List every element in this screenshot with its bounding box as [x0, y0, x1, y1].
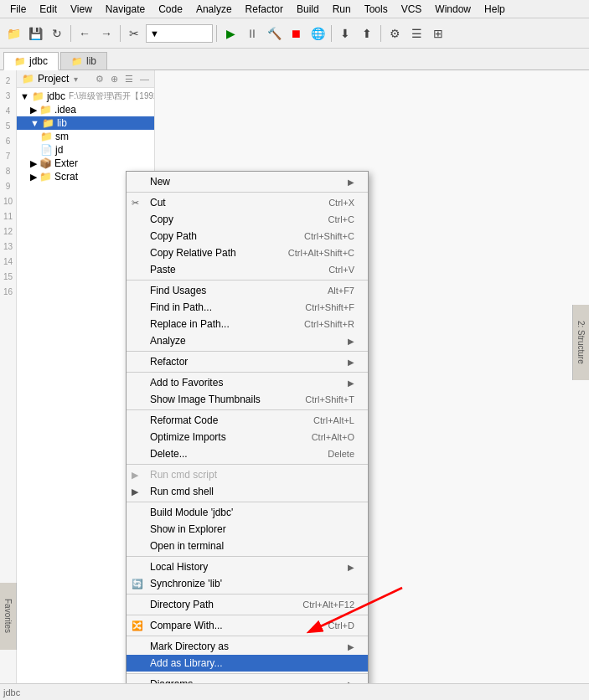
toolbar-globe-btn[interactable]: 🌐 — [307, 23, 328, 44]
project-settings-icon[interactable]: ⚙ — [96, 74, 104, 85]
toolbar-layout-btn[interactable]: ☰ — [406, 23, 426, 44]
main-area: 2 3 4 5 6 7 8 9 10 11 12 13 14 15 16 📁 P… — [0, 70, 589, 683]
toolbar-config-dropdown[interactable]: ▼ — [146, 24, 213, 43]
tab-jdbc[interactable]: 📁 jdbc — [3, 52, 59, 70]
run-shell-icon: ▶ — [132, 486, 138, 497]
ctx-paste[interactable]: Paste Ctrl+V — [127, 261, 368, 278]
menu-code[interactable]: Code — [152, 2, 189, 17]
scratch-label: Scrat — [54, 171, 78, 183]
scratch-expand-icon: ▶ — [30, 172, 37, 183]
ctx-find-usages-shortcut: Alt+F7 — [328, 286, 354, 296]
ctx-copy-path[interactable]: Copy Path Ctrl+Shift+C — [127, 228, 368, 244]
ctx-local-history[interactable]: Local History ▶ — [127, 558, 368, 575]
project-panel-header: 📁 Project ▾ ⚙ ⊕ ☰ — — [17, 70, 154, 88]
toolbar-save-btn[interactable]: 💾 — [25, 23, 45, 44]
toolbar-ul-btn[interactable]: ⬆ — [357, 23, 377, 44]
ctx-optimize[interactable]: Optimize Imports Ctrl+Alt+O — [127, 429, 368, 445]
project-close-icon[interactable]: — — [140, 74, 149, 84]
ctx-directory-path-label: Directory Path — [150, 599, 214, 610]
ctx-add-as-library[interactable]: Add as Library... — [127, 655, 368, 672]
ctx-replace-in-path[interactable]: Replace in Path... Ctrl+Shift+R — [127, 316, 368, 332]
menu-run[interactable]: Run — [326, 2, 358, 17]
toolbar-build-btn[interactable]: 🔨 — [264, 23, 284, 44]
ctx-show-thumbnails[interactable]: Show Image Thumbnails Ctrl+Shift+T — [127, 391, 368, 408]
line-13: 13 — [3, 239, 13, 253]
ctx-run-cmd-shell[interactable]: ▶ Run cmd shell — [127, 483, 368, 500]
tree-item-external[interactable]: ▶ 📦 Exter — [17, 157, 154, 170]
toolbar-run-btn[interactable]: ▶ — [220, 23, 240, 44]
line-5: 5 — [6, 119, 11, 132]
menu-refactor[interactable]: Refactor — [239, 2, 290, 17]
toolbar-forward-btn[interactable]: → — [96, 23, 116, 44]
ctx-find-in-path[interactable]: Find in Path... Ctrl+Shift+F — [127, 299, 368, 316]
ctx-optimize-label: Optimize Imports — [150, 431, 226, 443]
tab-jdbc-folder-icon: 📁 — [14, 56, 26, 67]
menu-bar: File Edit View Navigate Code Analyze Ref… — [0, 0, 589, 18]
menu-view[interactable]: View — [64, 2, 99, 17]
tree-item-idea[interactable]: ▶ 📁 .idea — [17, 103, 154, 116]
favorites-panel-label[interactable]: Favorites — [0, 583, 17, 650]
ctx-analyze[interactable]: Analyze ▶ — [127, 332, 368, 349]
ctx-new[interactable]: New ▶ — [127, 173, 368, 190]
menu-build[interactable]: Build — [290, 2, 326, 17]
structure-panel-label[interactable]: 2: Structure — [572, 305, 589, 380]
jdbc-path: F:\班级管理\西开【19921】\3.代 — [69, 90, 154, 102]
ctx-directory-path[interactable]: Directory Path Ctrl+Alt+F12 — [127, 596, 368, 613]
tree-item-jdbc[interactable]: ▼ 📁 jdbc F:\班级管理\西开【19921】\3.代 — [17, 90, 154, 103]
menu-tools[interactable]: Tools — [358, 2, 395, 17]
toolbar-cut-btn[interactable]: ✂ — [124, 23, 144, 44]
project-dropdown-arrow[interactable]: ▾ — [74, 75, 78, 84]
ctx-cut-shortcut: Ctrl+X — [328, 198, 354, 208]
toolbar: 📁 💾 ↻ ← → ✂ ▼ ▶ ⏸ 🔨 ⏹ 🌐 ⬇ ⬆ ⚙ ☰ ⊞ — [0, 18, 589, 49]
ctx-add-favorites[interactable]: Add to Favorites ▶ — [127, 374, 368, 391]
menu-edit[interactable]: Edit — [33, 2, 64, 17]
jdbc-expand-icon: ▼ — [20, 91, 29, 101]
ctx-copy[interactable]: Copy Ctrl+C — [127, 211, 368, 228]
tab-lib[interactable]: 📁 lib — [60, 52, 107, 69]
ctx-sep6 — [127, 464, 368, 465]
ctx-show-explorer[interactable]: Show in Explorer — [127, 521, 368, 538]
scratch-icon: 📁 — [39, 171, 52, 183]
menu-window[interactable]: Window — [428, 2, 478, 17]
toolbar-folder-btn[interactable]: 📁 — [3, 23, 23, 44]
ctx-build-module[interactable]: Build Module 'jdbc' — [127, 504, 368, 521]
ctx-open-terminal[interactable]: Open in terminal — [127, 538, 368, 554]
line-3: 3 — [6, 89, 11, 102]
toolbar-back-btn[interactable]: ← — [75, 23, 95, 44]
ctx-cut-label: Cut — [150, 197, 166, 208]
ctx-cut[interactable]: ✂ Cut Ctrl+X — [127, 194, 368, 211]
project-gear-icon[interactable]: ☰ — [125, 74, 133, 85]
ctx-show-explorer-label: Show in Explorer — [150, 523, 226, 535]
toolbar-dl-btn[interactable]: ⬇ — [335, 23, 355, 44]
sm-icon: 📁 — [40, 131, 53, 142]
toolbar-grid-btn[interactable]: ⊞ — [428, 23, 448, 44]
tree-item-lib[interactable]: ▼ 📁 lib — [17, 116, 154, 130]
ctx-synchronize[interactable]: 🔄 Synchronize 'lib' — [127, 575, 368, 592]
ctx-compare-with[interactable]: 🔀 Compare With... Ctrl+D — [127, 617, 368, 634]
toolbar-stop-btn[interactable]: ⏹ — [286, 23, 306, 44]
toolbar-debug-btn[interactable]: ⏸ — [242, 23, 262, 44]
menu-file[interactable]: File — [3, 2, 33, 17]
tree-item-jd[interactable]: 📄 jd — [17, 143, 154, 157]
tree-item-sm[interactable]: 📁 sm — [17, 130, 154, 143]
ctx-sep2 — [127, 280, 368, 281]
status-bar: jdbc — [0, 683, 589, 700]
ctx-delete[interactable]: Delete... Delete — [127, 445, 368, 462]
ctx-find-usages[interactable]: Find Usages Alt+F7 — [127, 282, 368, 299]
menu-vcs[interactable]: VCS — [395, 2, 429, 17]
toolbar-sync-btn[interactable]: ↻ — [47, 23, 67, 44]
project-locate-icon[interactable]: ⊕ — [111, 74, 118, 85]
ctx-analyze-arrow: ▶ — [348, 337, 354, 346]
ctx-copy-relative-path[interactable]: Copy Relative Path Ctrl+Alt+Shift+C — [127, 244, 368, 261]
toolbar-sep5 — [380, 25, 381, 42]
menu-help[interactable]: Help — [478, 2, 512, 17]
menu-navigate[interactable]: Navigate — [99, 2, 152, 17]
menu-analyze[interactable]: Analyze — [189, 2, 239, 17]
line-12: 12 — [3, 224, 13, 238]
line-8: 8 — [6, 164, 11, 178]
ctx-mark-directory[interactable]: Mark Directory as ▶ — [127, 638, 368, 655]
ctx-diagrams[interactable]: Diagrams ▶ — [127, 676, 368, 683]
ctx-reformat[interactable]: Reformat Code Ctrl+Alt+L — [127, 412, 368, 429]
toolbar-settings-btn[interactable]: ⚙ — [385, 23, 405, 44]
ctx-refactor[interactable]: Refactor ▶ — [127, 353, 368, 370]
